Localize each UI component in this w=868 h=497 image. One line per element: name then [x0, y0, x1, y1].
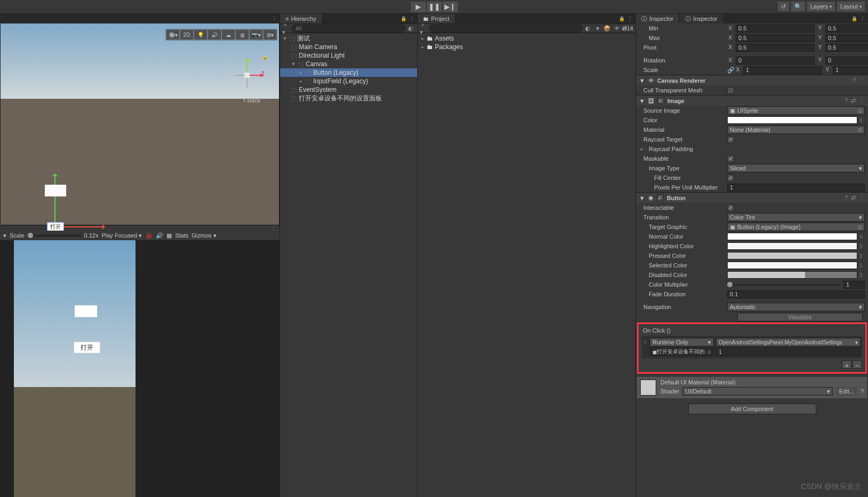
lock-icon[interactable]: 🔒 [619, 16, 625, 21]
fx-icon[interactable]: ☁ [222, 30, 235, 40]
add-icon[interactable]: ＋▾ [282, 24, 291, 33]
panel-menu-icon[interactable]: ⋮ [409, 15, 415, 21]
material-field[interactable]: None (Material)⊙ [727, 125, 865, 134]
image-type-dropdown[interactable]: Sliced▾ [727, 164, 865, 172]
favorites-icon[interactable]: ♥ [593, 24, 602, 33]
visibility-icon[interactable]: 👁 [612, 24, 621, 33]
lighting-icon[interactable]: 💡 [194, 30, 207, 40]
source-image-field[interactable]: ▣UISprite⊙ [727, 106, 865, 115]
add-event-button[interactable]: ＋ [842, 360, 851, 369]
tab-inspector-2[interactable]: ⓘInspector [680, 14, 722, 23]
color-multiplier-slider[interactable] [727, 284, 840, 286]
tab-hierarchy[interactable]: ≡Hierarchy [280, 14, 322, 23]
scene-view[interactable]: ⋮ 🔘▾ 2D 💡 🔊 ☁ ◍ 📷▾ ⊞▾ y x [0, 14, 280, 225]
shader-dropdown[interactable]: UI/Default▾ [682, 387, 832, 396]
edit-shader-button[interactable]: Edit... [836, 386, 857, 396]
navigation-dropdown[interactable]: Automatic▾ [727, 303, 865, 311]
panel-menu-icon[interactable]: ⋮ [627, 15, 633, 21]
gizmos-dropdown[interactable]: Gizmos ▾ [192, 232, 216, 239]
color-field[interactable] [727, 116, 857, 124]
eyedropper-icon[interactable]: 𖡄 [857, 117, 865, 123]
maskable-checkbox[interactable]: ✓ [727, 155, 734, 162]
max-x[interactable] [736, 34, 815, 42]
debug-icon[interactable]: 🐞 [145, 232, 153, 239]
mute-icon[interactable]: 🔊 [156, 232, 163, 239]
color-multiplier-value[interactable] [843, 281, 865, 289]
play-button[interactable]: ▶ [411, 2, 426, 12]
highlighted-color[interactable] [727, 242, 857, 250]
component-image[interactable]: ▼🖼✓Image?⇄⋮ [636, 95, 868, 106]
runtime-dropdown[interactable]: Runtime Only▾ [650, 338, 714, 346]
menu-icon[interactable]: ⋮ [859, 194, 865, 201]
preset-icon[interactable]: ⇄ [851, 194, 856, 201]
cull-checkbox[interactable] [727, 87, 734, 94]
menu-icon[interactable]: ⋮ [859, 97, 865, 104]
filter-icon[interactable]: ◐ [407, 24, 415, 33]
rot-x[interactable] [736, 57, 815, 65]
tab-inspector[interactable]: ⓘInspector [636, 14, 679, 23]
lock-icon[interactable]: 🔒 [401, 16, 407, 21]
panel-menu-icon[interactable]: ⋮ [272, 15, 277, 21]
lock-icon[interactable]: 🔒 [851, 16, 857, 21]
component-button[interactable]: ▼◉✓Button?⇄⋮ [636, 192, 868, 203]
tab-project[interactable]: 🖿Project [418, 14, 455, 23]
max-y[interactable] [825, 34, 868, 42]
disabled-color[interactable] [727, 271, 857, 279]
component-canvas-renderer[interactable]: ▼👁Canvas Renderer?⋮ [636, 75, 868, 85]
layout-dropdown[interactable]: Layout▾ [837, 2, 865, 11]
selected-color[interactable] [727, 262, 857, 269]
scale-x[interactable] [743, 66, 822, 74]
help-icon[interactable]: ? [845, 194, 848, 201]
help-icon[interactable]: ? [845, 97, 848, 104]
pause-button[interactable]: ❚❚ [427, 2, 442, 12]
back-label[interactable]: ≡Back [243, 97, 260, 104]
grid-icon[interactable]: ▦ [166, 232, 172, 239]
visualize-button[interactable]: Visualize [737, 313, 863, 321]
button-enabled[interactable]: ✓ [657, 194, 664, 201]
transition-dropdown[interactable]: Color Tint▾ [727, 213, 865, 222]
panel-splitter[interactable]: ⋮ [0, 225, 280, 231]
fill-center-checkbox[interactable]: ✓ [727, 175, 734, 182]
orientation-gizmo[interactable]: y x 🔒 [228, 57, 266, 94]
scale-slider[interactable] [28, 235, 81, 236]
event-argument[interactable] [716, 348, 861, 356]
min-y[interactable] [825, 25, 868, 33]
layers-dropdown[interactable]: Layers▾ [807, 2, 835, 11]
panel-menu-icon[interactable]: ⋮ [860, 15, 866, 21]
gizmos-icon[interactable]: ⊞▾ [264, 30, 276, 40]
remove-event-button[interactable]: － [853, 360, 862, 369]
rot-y[interactable] [825, 57, 868, 65]
add-component-button[interactable]: Add Component [688, 404, 816, 414]
fade-duration[interactable] [727, 290, 865, 298]
pressed-color[interactable] [727, 252, 857, 259]
link-icon[interactable]: 🔗 [727, 67, 735, 74]
stats-toggle[interactable]: Stats [175, 232, 188, 239]
package-icon[interactable]: 📦 [603, 24, 611, 33]
help-icon[interactable]: ? [861, 388, 864, 395]
filter-icon[interactable]: ◐ [584, 24, 592, 33]
raycast-target-checkbox[interactable]: ✓ [727, 136, 734, 143]
draw-mode-icon[interactable]: 🔘▾ [166, 30, 179, 40]
preset-icon[interactable]: ⇄ [851, 97, 856, 104]
add-icon[interactable]: ＋▾ [420, 24, 428, 33]
interactable-checkbox[interactable]: ✓ [727, 204, 734, 211]
pivot-x[interactable] [736, 44, 815, 52]
menu-icon[interactable]: ⋮ [859, 77, 865, 84]
hidden-icon[interactable]: ◍ [236, 30, 249, 40]
event-object-field[interactable]: ◼打开安卓设备不同的⊙ [650, 348, 714, 356]
hierarchy-tree[interactable]: ▼⬚测试 ⬚Main Camera ⬚Directional Light ▼⬚C… [280, 33, 417, 104]
function-dropdown[interactable]: OpenAndroidSettingsPanel.MyOpenAndroidSe… [716, 338, 861, 346]
mode-2d[interactable]: 2D [180, 30, 193, 40]
play-focused-dropdown[interactable]: Play Focused ▾ [101, 232, 142, 239]
camera-icon[interactable]: 📷▾ [250, 30, 262, 40]
undo-history-icon[interactable]: ↺ [778, 2, 789, 11]
project-search[interactable] [429, 25, 583, 33]
search-icon[interactable]: 🔍 [791, 2, 805, 11]
min-x[interactable] [736, 25, 815, 33]
audio-icon[interactable]: 🔊 [208, 30, 221, 40]
image-enabled[interactable]: ✓ [657, 97, 664, 104]
normal-color[interactable] [727, 233, 857, 240]
hierarchy-search[interactable] [292, 25, 405, 33]
step-button[interactable]: ▶❙ [443, 2, 458, 12]
help-icon[interactable]: ? [853, 77, 856, 84]
